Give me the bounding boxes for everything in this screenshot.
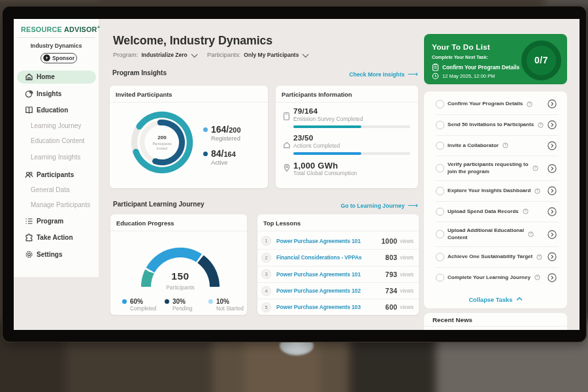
svg-text:?: ? bbox=[529, 102, 531, 106]
svg-text:?: ? bbox=[536, 189, 538, 193]
svg-text:?: ? bbox=[540, 123, 542, 127]
svg-text:?: ? bbox=[525, 210, 527, 214]
svg-text:?: ? bbox=[538, 255, 540, 259]
svg-text:?: ? bbox=[536, 276, 538, 280]
svg-text:?: ? bbox=[504, 144, 506, 148]
svg-text:?: ? bbox=[530, 232, 532, 236]
svg-text:?: ? bbox=[534, 166, 536, 170]
